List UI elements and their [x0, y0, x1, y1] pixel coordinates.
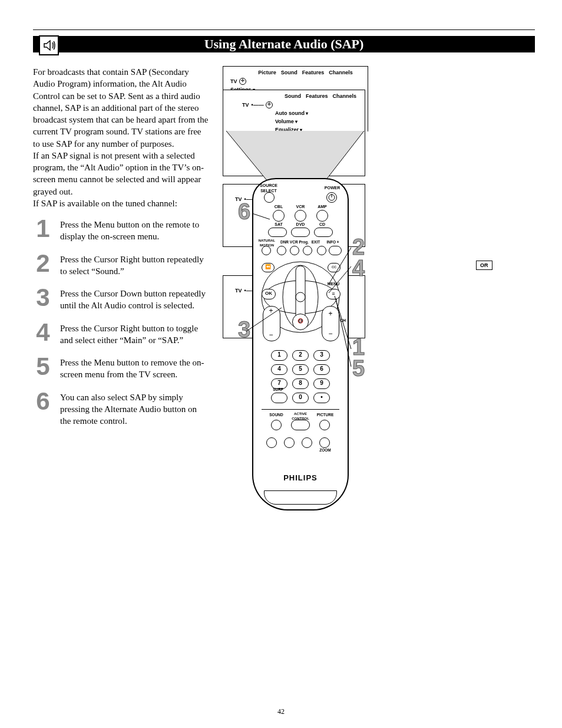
info-button[interactable]	[329, 246, 342, 255]
swap-button[interactable]	[302, 437, 312, 448]
sound-button[interactable]	[271, 420, 282, 430]
menu-item: Picture	[258, 69, 276, 76]
menu-item: Sound	[281, 69, 297, 76]
speaker-icon	[39, 35, 59, 55]
active-control-button[interactable]	[291, 420, 310, 430]
intro-p3: If SAP is available on the tuned channel…	[33, 197, 210, 209]
source-select-button[interactable]	[264, 192, 275, 203]
exit-button[interactable]	[303, 246, 312, 255]
num-2[interactable]: 2	[292, 350, 309, 361]
step-num: 2	[33, 251, 53, 276]
step-3: 3 Press the Cursor Down button repeatedl…	[33, 285, 210, 312]
callout-3: 3	[238, 315, 250, 345]
amp-button[interactable]	[316, 210, 328, 222]
power-label: POWER	[320, 185, 344, 190]
menu-tv: TV	[235, 287, 242, 294]
menu-tv: TV	[242, 101, 249, 108]
num-8[interactable]: 8	[292, 378, 309, 389]
menu-side: Volume	[275, 118, 297, 126]
num-4[interactable]: 4	[271, 364, 287, 375]
cbl-label: CBL	[270, 204, 287, 209]
power-button[interactable]	[326, 192, 337, 203]
callout-5: 5	[352, 354, 365, 384]
menu-button[interactable]: ≡	[326, 289, 340, 299]
intro-p2: If an SAP signal is not present with a s…	[33, 150, 210, 197]
step-num: 6	[33, 389, 53, 414]
info-label: INFO +	[323, 240, 343, 245]
steps-list: 1 Press the Menu button on the remote to…	[33, 216, 210, 427]
brand-label: PHILIPS	[253, 473, 348, 483]
or-label: OR	[476, 261, 492, 270]
rewind-button[interactable]: ⏪	[262, 263, 275, 272]
step-num: 4	[33, 320, 53, 345]
dnr-vcr-label: DNR VCR Prog.	[277, 240, 312, 245]
step-text: You can also select SAP by simply pressi…	[60, 389, 210, 427]
cursor-icon: ✢	[266, 101, 273, 108]
step-num: 5	[33, 354, 53, 379]
cd-button[interactable]	[314, 228, 333, 237]
top-rule	[33, 29, 535, 30]
sound-label: SOUND	[266, 413, 286, 418]
menu-tv: TV	[230, 78, 237, 85]
step-4: 4 Press the Cursor Right button to toggl…	[33, 320, 210, 347]
dnr-button[interactable]	[277, 246, 286, 255]
natural-motion-button[interactable]	[262, 246, 271, 255]
step-5: 5 Press the Menu button to remove the on…	[33, 354, 210, 381]
vcr-button[interactable]	[295, 210, 306, 222]
surf-button[interactable]	[271, 393, 287, 403]
page-number: 42	[0, 707, 562, 716]
page-title-bar: Using Alternate Audio (SAP)	[33, 36, 535, 52]
amp-label: AMP	[313, 204, 331, 209]
num-1[interactable]: 1	[271, 350, 287, 361]
menu-item: Channels	[329, 69, 353, 76]
exit-label: EXIT	[309, 240, 323, 245]
num-0[interactable]: 0	[292, 393, 309, 403]
num-3[interactable]: 3	[313, 350, 330, 361]
menu-item: Channels	[332, 93, 356, 100]
step-6: 6 You can also select SAP by simply pres…	[33, 389, 210, 427]
format-button[interactable]	[266, 437, 277, 448]
pip-button[interactable]	[284, 437, 295, 448]
menu-item: Features	[302, 69, 325, 76]
cc-button[interactable]: cc	[328, 263, 340, 272]
battery-cover	[264, 490, 337, 505]
ok-button[interactable]: OK	[262, 289, 276, 299]
num-9[interactable]: 9	[313, 378, 330, 389]
svg-point-9	[296, 292, 305, 302]
zoom-button[interactable]	[319, 437, 330, 448]
dvd-label: DVD	[292, 222, 309, 227]
num-6[interactable]: 6	[313, 364, 330, 375]
cursor-icon: ✢	[239, 78, 246, 85]
vcr-label: VCR	[292, 204, 309, 209]
ch-label: CH	[338, 318, 348, 323]
left-column: For broadcasts that contain SAP (Seconda…	[33, 66, 210, 435]
step-text: Press the Menu button to remove the on-s…	[60, 354, 210, 381]
step-1: 1 Press the Menu button on the remote to…	[33, 216, 210, 243]
step-text: Press the Cursor Right button repeatedly…	[60, 251, 210, 278]
prog-button[interactable]	[317, 246, 326, 255]
dot-button[interactable]: •	[313, 393, 330, 403]
num-5[interactable]: 5	[292, 364, 309, 375]
step-text: Press the Cursor Right button to toggle …	[60, 320, 210, 347]
step-text: Press the Cursor Down button repeatedly …	[60, 285, 210, 312]
sat-label: SAT	[270, 222, 287, 227]
cbl-button[interactable]	[273, 210, 285, 222]
picture-button[interactable]	[319, 420, 330, 430]
dvd-button[interactable]	[291, 228, 310, 237]
menu-side: Auto sound	[275, 110, 308, 117]
menu-item: Features	[306, 93, 328, 100]
remote-control: SOURCE SELECT POWER CBL VCR AMP SAT DVD …	[252, 178, 349, 510]
surf-label: SURF	[267, 387, 289, 393]
menu-item: Sound	[285, 93, 301, 100]
remote-divider	[262, 409, 339, 410]
menu-label: MENU	[325, 281, 342, 286]
cd-label: CD	[313, 222, 331, 227]
ch-rocker[interactable]: + −	[322, 306, 339, 341]
zoom-label: ZOOM	[317, 448, 333, 453]
callout-4: 4	[352, 253, 365, 284]
mute-button[interactable]: 🔇	[292, 314, 309, 330]
page-title: Using Alternate Audio (SAP)	[204, 37, 364, 51]
sat-button[interactable]	[268, 228, 287, 237]
vcr-prog-button[interactable]	[290, 246, 299, 255]
picture-label: PICTURE	[313, 413, 337, 418]
